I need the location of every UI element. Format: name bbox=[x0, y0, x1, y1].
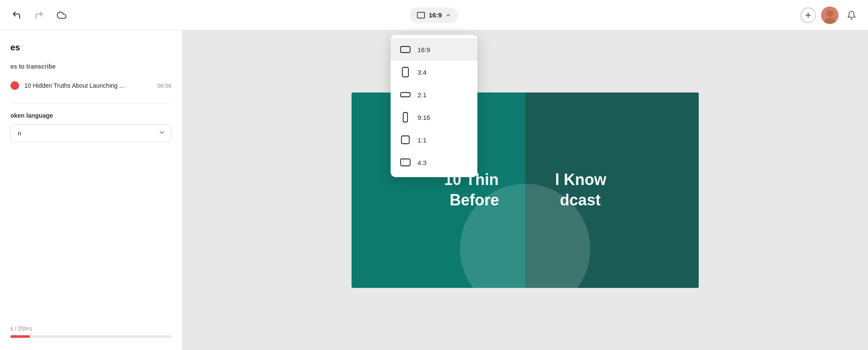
hours-bar-fill bbox=[10, 335, 30, 338]
svg-line-12 bbox=[403, 159, 404, 166]
dropdown-menu: 16:9 3:4 2:1 9:16 bbox=[391, 35, 477, 177]
ratio-option-16-9[interactable]: 16:9 bbox=[391, 38, 477, 61]
aspect-ratio-label: 16:9 bbox=[429, 11, 442, 19]
ratio-label-4-3: 4:3 bbox=[418, 159, 427, 166]
file-name: 10 Hidden Truths About Launching ... bbox=[24, 82, 152, 89]
ratio-label-1-1: 1:1 bbox=[418, 136, 427, 144]
file-duration: 08:56 bbox=[157, 83, 171, 89]
slide-text-line2: Before dcast bbox=[444, 190, 606, 211]
cloud-save-button[interactable] bbox=[54, 7, 69, 23]
svg-rect-9 bbox=[403, 112, 408, 122]
ratio-label-3-4: 3:4 bbox=[418, 69, 427, 76]
undo-button[interactable] bbox=[9, 7, 24, 23]
notification-button[interactable] bbox=[844, 7, 859, 23]
ratio-option-9-16[interactable]: 9:16 bbox=[391, 106, 477, 129]
redo-button[interactable] bbox=[31, 7, 47, 23]
tall-icon bbox=[399, 111, 411, 123]
main-canvas: 10 Thin l Know Before dcast bbox=[182, 30, 868, 350]
svg-rect-0 bbox=[418, 12, 425, 18]
hours-label: s / 25hrs bbox=[10, 325, 171, 332]
svg-rect-10 bbox=[401, 136, 409, 144]
square-icon bbox=[399, 134, 411, 146]
landscape-icon bbox=[399, 43, 411, 56]
lang-label: oken language bbox=[10, 112, 171, 119]
file-item[interactable]: 10 Hidden Truths About Launching ... 08:… bbox=[10, 77, 171, 94]
ratio-option-3-4[interactable]: 3:4 bbox=[391, 61, 477, 83]
portrait-34-icon bbox=[399, 66, 411, 78]
aspect-ratio-button[interactable]: 16:9 bbox=[410, 7, 458, 23]
hours-bar bbox=[10, 335, 171, 338]
ratio-option-2-1[interactable]: 2:1 bbox=[391, 83, 477, 106]
ratio-label-16-9: 16:9 bbox=[418, 46, 430, 53]
toolbar-right bbox=[800, 7, 859, 24]
svg-rect-6 bbox=[401, 46, 410, 53]
svg-point-4 bbox=[826, 10, 833, 17]
sidebar-divider bbox=[10, 103, 171, 103]
sidebar: es es to transcribe 10 Hidden Truths Abo… bbox=[0, 30, 182, 350]
ratio-option-4-3[interactable]: 4:3 bbox=[391, 151, 477, 174]
sidebar-bottom: s / 25hrs bbox=[10, 325, 171, 338]
lang-select[interactable]: n English Spanish French bbox=[10, 124, 171, 142]
sidebar-section-label: es to transcribe bbox=[10, 63, 171, 70]
lang-select-wrapper: n English Spanish French bbox=[10, 124, 171, 142]
add-button[interactable] bbox=[800, 7, 816, 23]
toolbar-center: 16:9 bbox=[410, 7, 458, 23]
ratio-label-9-16: 9:16 bbox=[418, 114, 430, 121]
file-icon bbox=[10, 81, 19, 90]
wide-icon bbox=[399, 89, 411, 101]
toolbar-left bbox=[9, 7, 69, 23]
svg-rect-8 bbox=[401, 92, 410, 97]
toolbar: 16:9 bbox=[0, 0, 868, 30]
chevron-up-icon bbox=[445, 12, 451, 18]
svg-rect-7 bbox=[402, 67, 408, 77]
standard-icon bbox=[399, 156, 411, 168]
avatar[interactable] bbox=[821, 7, 838, 24]
ratio-option-1-1[interactable]: 1:1 bbox=[391, 129, 477, 151]
svg-rect-11 bbox=[401, 159, 410, 166]
ratio-label-2-1: 2:1 bbox=[418, 91, 427, 99]
sidebar-title: es bbox=[10, 43, 171, 53]
